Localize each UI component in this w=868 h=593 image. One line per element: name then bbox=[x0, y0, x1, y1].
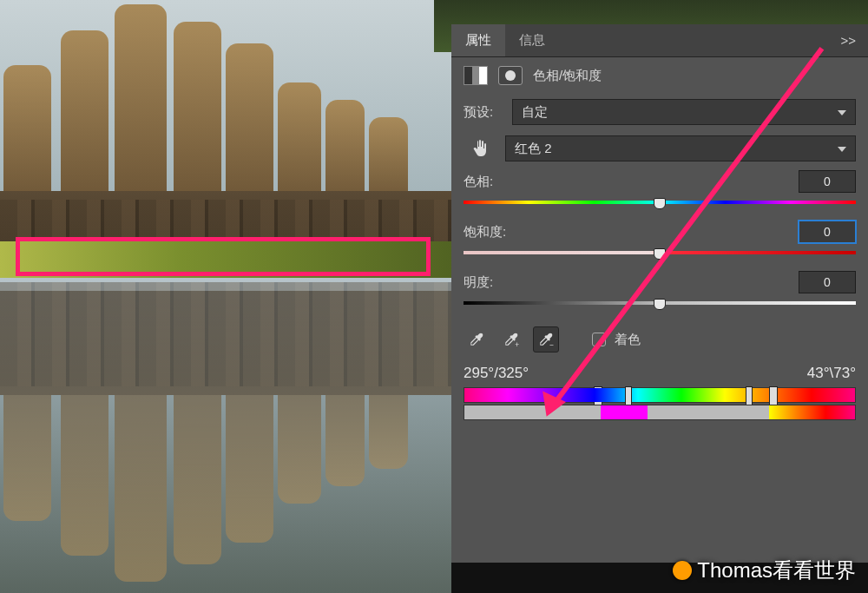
lightness-slider[interactable] bbox=[464, 299, 856, 307]
hue-slider[interactable] bbox=[464, 198, 856, 207]
color-range-readout: 295°/325° 43°\73° bbox=[451, 361, 868, 385]
weibo-icon bbox=[673, 561, 692, 580]
eyedropper-tools: + − 着色 bbox=[451, 318, 868, 361]
eyedropper-icon[interactable] bbox=[464, 326, 490, 353]
preset-value: 自定 bbox=[522, 104, 548, 121]
saturation-slider-block: 饱和度: 0 bbox=[451, 217, 868, 267]
lightness-slider-block: 明度: 0 bbox=[451, 267, 868, 318]
eyedropper-add-icon[interactable]: + bbox=[498, 326, 524, 353]
watermark: Thomas看看世界 bbox=[673, 557, 856, 584]
svg-text:+: + bbox=[515, 340, 519, 348]
lightness-label: 明度: bbox=[464, 274, 493, 291]
lightness-value-input[interactable]: 0 bbox=[799, 271, 856, 293]
eyedropper-subtract-icon[interactable]: − bbox=[533, 326, 559, 353]
range-left: 295°/325° bbox=[464, 365, 529, 382]
colorize-checkbox[interactable] bbox=[592, 333, 606, 346]
annotation-selection-box bbox=[16, 237, 431, 276]
layer-mask-icon[interactable] bbox=[498, 66, 523, 85]
saturation-value-input[interactable]: 0 bbox=[799, 221, 856, 243]
temple-region bbox=[0, 52, 451, 256]
panel-tabs: 属性 信息 >> bbox=[451, 24, 868, 57]
watermark-text: Thomas看看世界 bbox=[697, 557, 856, 584]
channel-select[interactable]: 红色 2 bbox=[505, 135, 856, 161]
colorize-label: 着色 bbox=[615, 332, 641, 348]
preset-label: 预设: bbox=[464, 104, 505, 121]
tab-properties[interactable]: 属性 bbox=[451, 24, 505, 56]
targeted-adjustment-tool[interactable] bbox=[464, 138, 498, 159]
hue-slider-block: 色相: 0 bbox=[451, 167, 868, 217]
range-right: 43°\73° bbox=[807, 365, 856, 382]
channel-value: 红色 2 bbox=[515, 141, 552, 157]
panel-expand-button[interactable]: >> bbox=[828, 33, 868, 48]
adjustment-title: 色相/饱和度 bbox=[533, 68, 602, 84]
preset-select[interactable]: 自定 bbox=[512, 99, 856, 125]
adjustment-header: 色相/饱和度 bbox=[451, 57, 868, 94]
color-range-strip-bottom[interactable] bbox=[464, 405, 856, 420]
saturation-label: 饱和度: bbox=[464, 224, 506, 240]
hue-label: 色相: bbox=[464, 174, 493, 190]
saturation-slider[interactable] bbox=[464, 248, 856, 257]
adjustment-type-icon[interactable] bbox=[464, 66, 488, 85]
tab-info[interactable]: 信息 bbox=[505, 24, 559, 56]
water-reflection bbox=[0, 278, 451, 593]
svg-text:−: − bbox=[549, 340, 554, 348]
properties-panel: 属性 信息 >> 色相/饱和度 预设: 自定 红色 2 色相: 0 bbox=[451, 24, 868, 563]
color-range-strip-top[interactable] bbox=[464, 387, 856, 403]
hue-value-input[interactable]: 0 bbox=[799, 170, 856, 193]
